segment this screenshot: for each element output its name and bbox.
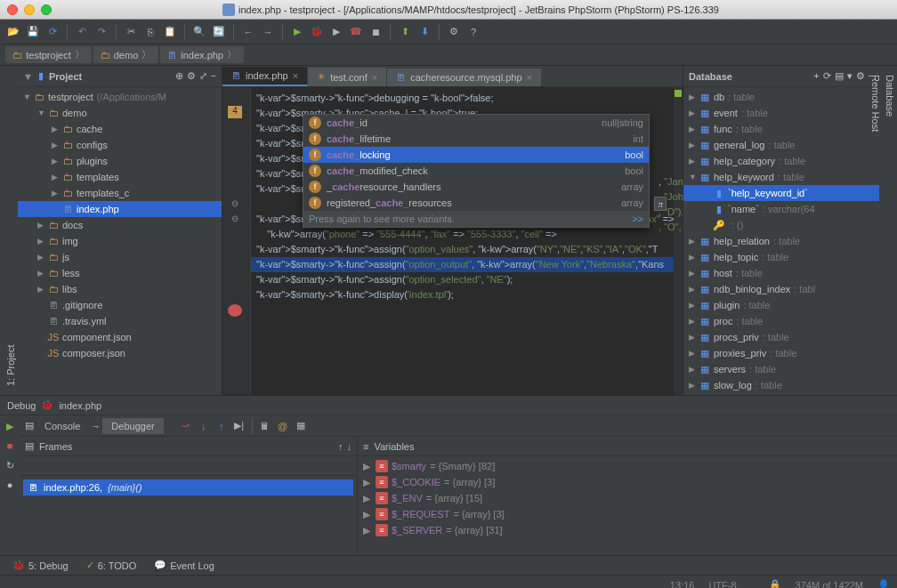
variable-row[interactable]: ▶≡$_COOKIE = {array} [3] [363,474,892,490]
db-row-proc[interactable]: ▶▦proc: table [683,313,879,329]
tree-row-docs[interactable]: ▶🗀docs [18,217,222,233]
tree-row-testproject[interactable]: ▼🗀testproject(/Applications/M [18,89,222,105]
variable-row[interactable]: ▶≡$_ENV = {array} [15] [363,490,892,506]
collapse-all-icon[interactable]: ⤢ [199,70,207,82]
tree-row--travis-yml[interactable]: 🖹.travis.yml [18,313,222,329]
crumb-demo[interactable]: 🗀demo〉 [93,46,159,63]
project-tree[interactable]: ▼🗀testproject(/Applications/M▼🗀demo▶🗀cac… [18,87,222,395]
redo-icon[interactable]: ↷ [93,24,109,40]
editor-tab-index-php[interactable]: 🖹index.php× [222,67,308,86]
db-row-help-relation[interactable]: ▶▦help_relation: table [683,233,879,249]
db-row-func[interactable]: ▶▦func: table [683,121,879,137]
collapse-icon[interactable]: ▼ [23,71,33,82]
watch-icon[interactable]: @ [275,418,291,434]
autocomplete-item-cache_locking[interactable]: fcache_lockingbool [303,147,649,163]
crumb-testproject[interactable]: 🗀testproject〉 [5,46,92,63]
autocomplete-item-cache_lifetime[interactable]: fcache_lifetimeint [303,131,649,147]
back-icon[interactable]: ← [240,24,256,40]
autocomplete-item-cache_id[interactable]: fcache_idnull|string [303,115,649,131]
run-icon[interactable]: ▶ [289,24,305,40]
tree-row-js[interactable]: ▶🗀js [18,249,222,265]
encoding[interactable]: UTF-8 [708,580,736,589]
undo-icon[interactable]: ↶ [74,24,90,40]
settings-icon[interactable]: ⚙ [446,24,462,40]
db-row-slow-log[interactable]: ▶▦slow_log: table [683,377,879,393]
variable-row[interactable]: ▶≡$smarty = {Smarty} [82] [363,458,892,474]
tree-row-libs[interactable]: ▶🗀libs [18,281,222,297]
variable-row[interactable]: ▶≡$_REQUEST = {array} [3] [363,506,892,522]
frame-down-icon[interactable]: ↓ [347,441,352,452]
db-row-plugin[interactable]: ▶▦plugin: table [683,297,879,313]
db-row--unnamed-[interactable]: 🔑: () [683,217,879,233]
bottom-tab-debug[interactable]: 🐞5: Debug [5,558,76,573]
db-row-proxies-priv[interactable]: ▶▦proxies_priv: table [683,345,879,361]
tree-row-composer-json[interactable]: JScomposer.json [18,345,222,361]
tree-row-demo[interactable]: ▼🗀demo [18,105,222,121]
bottom-tab-eventlog[interactable]: 💬Event Log [147,558,222,573]
autocomplete-item-_cacheresource_handlers[interactable]: f_cacheresource_handlersarray [303,179,649,195]
db-row-help-keyword[interactable]: ▼▦help_keyword: table [683,169,879,185]
help-icon[interactable]: ? [465,24,481,40]
tab-structure[interactable]: 7: Structure [0,66,4,395]
gutter[interactable]: 4 ⊖ ⊖ [222,87,251,395]
hector-icon[interactable]: 👤 [877,579,890,588]
tab-database[interactable]: Database [883,66,897,395]
paste-icon[interactable]: 📋 [162,24,178,40]
variable-row[interactable]: ▶≡$_SERVER = {array} [31] [363,522,892,538]
db-row--name-[interactable]: ▮`name`: varchar(64 [683,201,879,217]
step-over-icon[interactable]: ⤻ [178,418,194,434]
db-row-db[interactable]: ▶▦db: table [683,89,879,105]
db-row-host[interactable]: ▶▦host: table [683,265,879,281]
layout-icon[interactable]: ▦ [293,418,309,434]
window-close-button[interactable] [7,4,18,15]
step-into-icon[interactable]: ↓ [196,418,212,434]
sync-icon[interactable]: ⟳ [44,24,61,40]
cut-icon[interactable]: ✂ [123,24,139,40]
tree-row-less[interactable]: ▶🗀less [18,265,222,281]
tree-row-plugins[interactable]: ▶🗀plugins [18,153,222,169]
window-maximize-button[interactable] [41,4,52,15]
autocomplete-item-registered_cache_resources[interactable]: fregistered_cache_resourcesarray [303,195,649,211]
db-row-servers[interactable]: ▶▦servers: table [683,361,879,377]
crumb-file[interactable]: 🖹index.php〉 [160,46,244,63]
close-icon[interactable]: × [527,72,532,83]
frame-row[interactable]: 🖹 index.php:26, {main}() [23,479,353,495]
find-icon[interactable]: 🔍 [191,24,207,40]
tree-row-templates[interactable]: ▶🗀templates [18,169,222,185]
resume-icon[interactable]: ▶ [3,419,17,433]
memory-indicator[interactable]: 374M of 1422M [796,580,863,589]
evaluate-icon[interactable]: 🖩 [257,418,273,434]
listen-icon[interactable]: ☎ [348,24,364,40]
save-icon[interactable]: 💾 [25,24,41,40]
gear-icon[interactable]: ⚙ [187,70,196,82]
rerun-icon[interactable]: ↻ [3,458,17,472]
stop-icon[interactable]: ■ [3,439,17,453]
tree-row-index-php[interactable]: 🖹index.php [18,201,222,217]
filter-icon[interactable]: ▾ [847,70,853,82]
database-tree[interactable]: ▶▦db: table▶▦event: table▶▦func: table▶▦… [683,87,879,395]
open-icon[interactable]: 📂 [5,24,21,40]
tab-debugger[interactable]: Debugger [102,418,163,434]
console-tab-icon[interactable]: ▤ [25,420,34,431]
tab-remote-host[interactable]: Remote Host [869,66,883,395]
tree-row-cache[interactable]: ▶🗀cache [18,121,222,137]
autocomplete-item-cache_modified_check[interactable]: fcache_modified_checkbool [303,163,649,179]
db-row-procs-priv[interactable]: ▶▦procs_priv: table [683,329,879,345]
frame-up-icon[interactable]: ↑ [338,441,343,452]
tab-console[interactable]: Console [36,418,89,434]
popup-more-link[interactable]: >> [632,213,643,224]
vcs-icon[interactable]: ⬆ [397,24,413,40]
coverage-icon[interactable]: ▶ [328,24,344,40]
bottom-tab-todo[interactable]: ✓6: TODO [79,558,144,573]
db-row-help-topic[interactable]: ▶▦help_topic: table [683,249,879,265]
error-stripe[interactable] [674,87,683,395]
tree-row-configs[interactable]: ▶🗀configs [18,137,222,153]
scroll-from-source-icon[interactable]: ⊕ [175,70,183,82]
step-out-icon[interactable]: ↑ [214,418,230,434]
close-icon[interactable]: × [372,72,377,83]
db-row-event[interactable]: ▶▦event: table [683,105,879,121]
vcs-update-icon[interactable]: ⬇ [416,24,432,40]
window-minimize-button[interactable] [24,4,35,15]
copy-icon[interactable]: ⎘ [142,24,158,40]
editor-tab-test-conf[interactable]: ☀test.conf× [308,68,387,86]
